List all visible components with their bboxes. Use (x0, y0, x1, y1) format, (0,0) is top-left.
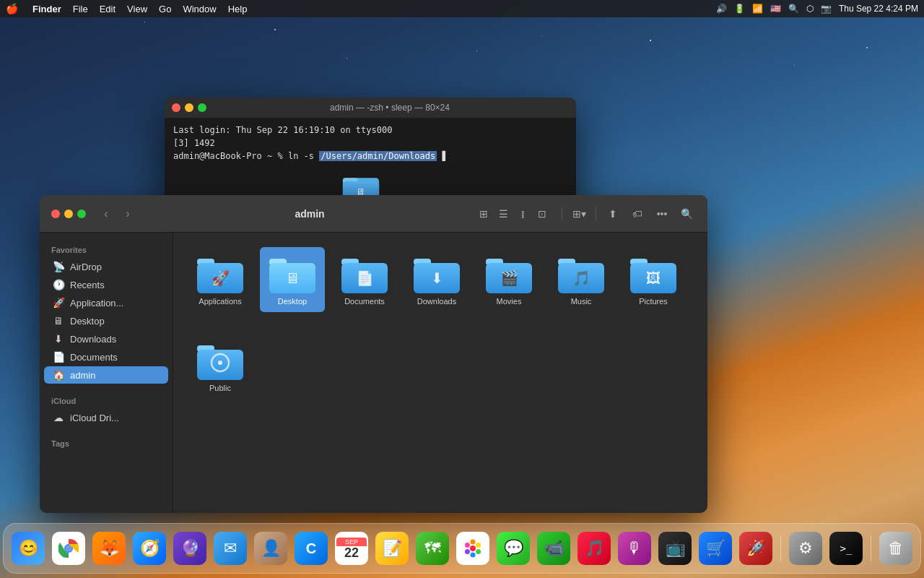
svg-point-33 (470, 545, 476, 551)
file-item-applications[interactable]: 🚀 Applications (188, 247, 253, 312)
svg-text:📄: 📄 (356, 269, 374, 287)
menu-file[interactable]: File (73, 4, 88, 14)
notification-icon[interactable]: 📷 (821, 4, 832, 14)
dock-chrome[interactable] (50, 530, 87, 567)
dock-calendar[interactable]: SEP 22 (333, 530, 370, 567)
terminal-close-button[interactable] (172, 103, 180, 112)
battery-icon[interactable]: 🔋 (734, 4, 745, 14)
terminal-minimize-button[interactable] (185, 103, 193, 112)
dock-separator (780, 535, 781, 561)
finder-forward-button[interactable]: › (119, 205, 136, 223)
sidebar-item-downloads[interactable]: ⬇ Downloads (44, 330, 168, 348)
svg-text:🎬: 🎬 (500, 269, 518, 287)
icon-view-button[interactable]: ⊞ (474, 204, 493, 223)
dock-settings[interactable]: ⚙ (787, 530, 824, 567)
group-button[interactable]: ⊞▾ (570, 204, 588, 223)
favorites-label: Favorites (40, 241, 173, 257)
svg-point-32 (66, 545, 71, 551)
trash-dock-icon: 🗑 (879, 532, 912, 565)
search-button[interactable]: 🔍 (677, 204, 696, 223)
dock-mail[interactable]: ✉ (212, 530, 249, 567)
dock-safari[interactable]: 🧭 (131, 530, 168, 567)
finder-close-button[interactable] (51, 210, 60, 218)
terminal-path-highlight: /Users/admin/Downloads (319, 151, 437, 161)
sidebar-item-icloud-drive[interactable]: ☁ iCloud Dri... (44, 409, 168, 426)
sidebar-item-applications[interactable]: 🚀 Application... (44, 294, 168, 311)
menu-help[interactable]: Help (228, 4, 248, 14)
sidebar-item-admin[interactable]: 🏠 admin (44, 366, 168, 384)
contacts-dock-icon: 👤 (254, 532, 287, 565)
gallery-view-button[interactable]: ⊡ (533, 204, 552, 223)
dock-contacts[interactable]: 👤 (252, 530, 289, 567)
file-item-music[interactable]: 🎵 Music (549, 247, 614, 312)
dock-finder[interactable]: 😊 (9, 530, 47, 567)
svg-point-34 (471, 540, 476, 545)
finder-maximize-button[interactable] (77, 210, 86, 218)
more-button[interactable]: ••• (653, 204, 671, 223)
tags-label: Tags (40, 435, 173, 451)
dock-appstore[interactable]: 🛒 (697, 530, 734, 567)
dock-music[interactable]: 🎵 (575, 530, 613, 567)
downloads-label: Downloads (417, 296, 456, 306)
finder-sidebar: Favorites 📡 AirDrop 🕐 Recents 🚀 Applicat… (40, 233, 173, 513)
search-icon[interactable]: 🔍 (788, 4, 799, 14)
menu-go[interactable]: Go (159, 4, 171, 14)
wifi-icon[interactable]: 📶 (752, 4, 763, 14)
dock-podcasts[interactable]: 🎙 (616, 530, 653, 567)
dock-maps[interactable]: 🗺 (414, 530, 451, 567)
dock-trash[interactable]: 🗑 (877, 530, 915, 567)
svg-point-38 (465, 549, 470, 554)
column-view-button[interactable]: ⫿ (513, 204, 532, 223)
file-item-pictures[interactable]: 🖼 Pictures (621, 247, 686, 312)
menu-app-name[interactable]: Finder (32, 4, 61, 14)
sidebar-item-documents[interactable]: 📄 Documents (44, 348, 168, 366)
svg-text:🖼: 🖼 (646, 270, 661, 286)
control-center-icon[interactable]: ⬡ (806, 4, 814, 14)
terminal-maximize-button[interactable] (198, 103, 206, 112)
file-item-desktop[interactable]: 🖥 Desktop (260, 247, 325, 312)
dock-terminal[interactable]: >_ (827, 530, 865, 567)
menu-view[interactable]: View (127, 4, 147, 14)
tag-button[interactable]: 🏷 (628, 204, 647, 223)
file-item-documents[interactable]: 📄 Documents (332, 247, 397, 312)
dock-firefox[interactable]: 🦊 (90, 530, 128, 567)
menu-window[interactable]: Window (183, 4, 216, 14)
svg-text:🎵: 🎵 (572, 269, 590, 287)
share-button[interactable]: ⬆ (603, 204, 622, 223)
sidebar-item-desktop[interactable]: 🖥 Desktop (44, 312, 168, 329)
terminal-line2: [3] 1492 (173, 137, 567, 150)
view-mode-buttons: ⊞ ☰ ⫿ ⊡ (474, 204, 552, 223)
file-item-movies[interactable]: 🎬 Movies (476, 247, 541, 312)
dock-messages[interactable]: 💬 (494, 530, 532, 567)
file-item-public[interactable]: Public (188, 334, 253, 399)
flag-icon[interactable]: 🇺🇸 (770, 4, 781, 14)
admin-icon: 🏠 (53, 369, 64, 381)
finder-minimize-button[interactable] (64, 210, 73, 218)
icloud-drive-icon: ☁ (53, 412, 64, 423)
pictures-folder-icon: 🖼 (630, 253, 676, 293)
finder-back-button[interactable]: ‹ (97, 205, 115, 223)
svg-point-37 (471, 553, 476, 558)
sidebar-item-airdrop[interactable]: 📡 AirDrop (44, 258, 168, 275)
toolbar-separator-2 (596, 207, 596, 220)
list-view-button[interactable]: ☰ (494, 204, 513, 223)
file-item-downloads[interactable]: ⬇ Downloads (404, 247, 469, 312)
dock: 😊 🦊 🧭 🔮 ✉ 👤 C (3, 523, 921, 574)
terminal-body[interactable]: Last login: Thu Sep 22 16:19:10 on ttys0… (165, 118, 576, 168)
menu-edit[interactable]: Edit (100, 4, 116, 14)
dock-facetime[interactable]: 📹 (535, 530, 572, 567)
dock-photos[interactable] (454, 530, 492, 567)
menubar: 🍎 Finder File Edit View Go Window Help 🔊… (0, 0, 924, 17)
dock-cura[interactable]: C (292, 530, 330, 567)
photos-dock-icon (456, 532, 489, 565)
volume-icon[interactable]: 🔊 (716, 4, 727, 14)
dock-launchpad[interactable]: 🚀 (737, 530, 775, 567)
dock-tv[interactable]: 📺 (656, 530, 694, 567)
dock-siri[interactable]: 🔮 (171, 530, 209, 567)
sidebar-item-recents[interactable]: 🕐 Recents (44, 276, 168, 293)
apple-logo[interactable]: 🍎 (6, 3, 18, 14)
dock-notes[interactable]: 📝 (373, 530, 411, 567)
pictures-label: Pictures (639, 296, 668, 306)
sidebar-label-airdrop: AirDrop (70, 262, 102, 272)
messages-dock-icon: 💬 (497, 532, 530, 565)
